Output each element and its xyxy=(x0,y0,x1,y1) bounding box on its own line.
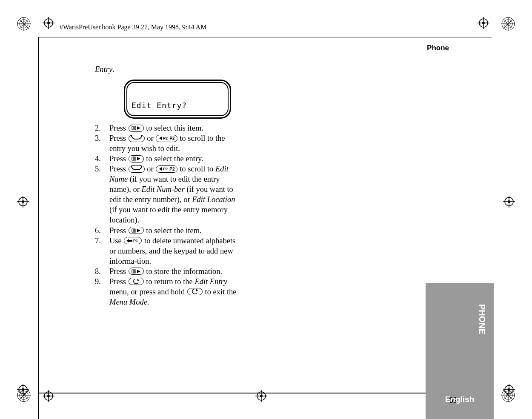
instruction-step: 9.Press to return to the Edit Entry menu… xyxy=(95,276,242,307)
svg-marker-69 xyxy=(159,137,162,140)
crosshair-icon xyxy=(17,384,29,396)
page-rule-left xyxy=(38,37,39,419)
step-text: Press to select the entry. xyxy=(109,154,242,164)
registration-mark-icon xyxy=(501,17,515,31)
p2-key-icon: P2 xyxy=(156,165,177,173)
instruction-step: 8.Press to store the information. xyxy=(95,266,242,276)
step-text: Press or P2 to scroll to the entry you w… xyxy=(109,133,242,154)
svg-marker-89 xyxy=(137,270,140,273)
content-frame: #WarisPreUser.book Page 39 27, May 1998,… xyxy=(38,32,492,415)
instruction-step: 4.Press to select the entry. xyxy=(95,154,242,164)
entry-word: Entry xyxy=(95,65,112,74)
scroll-key-icon xyxy=(129,165,145,173)
scroll-key-icon xyxy=(129,135,145,142)
back-key-icon xyxy=(187,288,203,295)
svg-text:P2: P2 xyxy=(163,167,168,171)
step-number: 3. xyxy=(95,133,109,154)
step-text: Press to select this item. xyxy=(109,123,242,133)
p1-delete-key-icon: P1 xyxy=(124,237,142,244)
instruction-step: 7.Use P1 to delete unwanted alphabets or… xyxy=(95,236,242,266)
menu-select-key-icon xyxy=(129,155,144,162)
page-rule-top xyxy=(38,37,492,37)
step-text: Press or P2 to scroll to Edit Name (if y… xyxy=(109,164,242,225)
registration-mark-icon xyxy=(17,17,31,31)
instruction-step: 2.Press to select this item. xyxy=(95,123,242,133)
crosshair-icon xyxy=(17,196,29,208)
step-text: Press to store the information. xyxy=(109,266,242,276)
page-root: #WarisPreUser.book Page 39 27, May 1998,… xyxy=(0,0,532,419)
running-head: Phone xyxy=(427,44,449,52)
crosshair-icon xyxy=(503,196,515,208)
p2-key-icon: P2 xyxy=(156,135,177,142)
instruction-step: 6.Press to select the item. xyxy=(95,225,242,236)
lcd-text: Edit Entry? xyxy=(132,100,187,110)
svg-point-59 xyxy=(508,388,510,391)
menu-select-key-icon xyxy=(129,125,144,132)
section-tab-label: PHONE xyxy=(477,304,487,334)
step-text: Use P1 to delete unwanted alphabets or n… xyxy=(109,236,242,266)
svg-marker-82 xyxy=(137,229,140,232)
back-key-icon xyxy=(129,278,144,285)
step-number: 2. xyxy=(95,123,109,133)
svg-point-35 xyxy=(482,22,485,24)
body-text: Entry. Edit Entry? 2.Press to select thi… xyxy=(95,64,242,307)
svg-marker-76 xyxy=(159,167,162,171)
instruction-list: 2.Press to select this item.3.Press or P… xyxy=(95,123,242,307)
step-text: Press to select the item. xyxy=(109,225,242,236)
menu-select-key-icon xyxy=(129,268,144,275)
svg-point-55 xyxy=(22,388,24,391)
svg-point-39 xyxy=(22,200,24,203)
step-number: 7. xyxy=(95,236,109,266)
step-number: 8. xyxy=(95,266,109,276)
crosshair-icon xyxy=(503,384,515,396)
svg-text:P1: P1 xyxy=(133,239,138,243)
footer-language: English xyxy=(445,395,475,404)
step-text: Press to return to the Edit Entry menu, … xyxy=(109,276,242,307)
svg-point-31 xyxy=(47,22,50,24)
crosshair-icon xyxy=(43,17,54,29)
svg-marker-83 xyxy=(126,239,132,242)
step-number: 9. xyxy=(95,276,109,307)
svg-marker-75 xyxy=(137,157,140,160)
step-number: 4. xyxy=(95,154,109,164)
step-number: 6. xyxy=(95,225,109,236)
svg-text:P2: P2 xyxy=(163,136,168,140)
continuation-text: Entry. xyxy=(95,64,242,74)
svg-marker-68 xyxy=(137,126,140,130)
instruction-step: 3.Press or P2 to scroll to the entry you… xyxy=(95,133,242,154)
file-info-header: #WarisPreUser.book Page 39 27, May 1998,… xyxy=(59,23,207,31)
svg-point-43 xyxy=(508,200,510,203)
instruction-step: 5.Press or P2 to scroll to Edit Name (if… xyxy=(95,164,242,225)
footer-rule xyxy=(38,393,426,393)
step-number: 5. xyxy=(95,164,109,225)
crosshair-icon xyxy=(478,17,489,29)
footer-language-container: English xyxy=(426,393,494,419)
menu-select-key-icon xyxy=(129,227,144,234)
lcd-illustration: Edit Entry? xyxy=(124,80,231,119)
